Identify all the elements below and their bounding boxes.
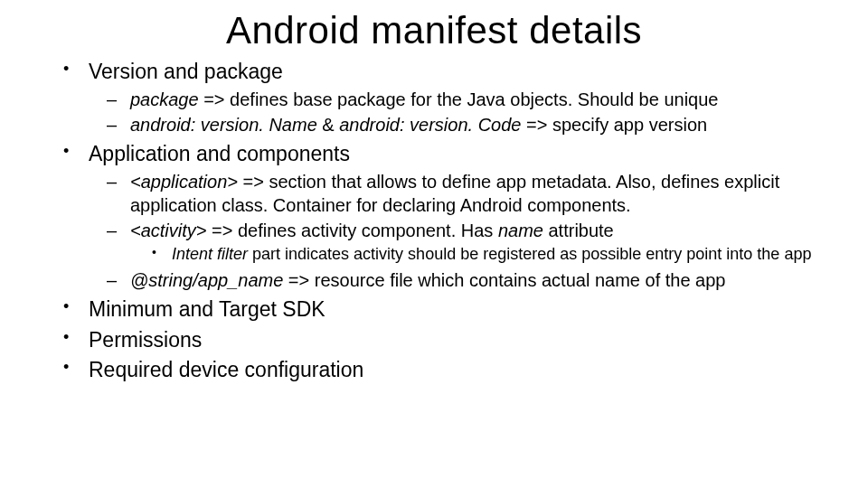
slide: Android manifest details Version and pac… [0,0,868,404]
text: attribute [543,221,614,240]
bullet-version-package: Version and package package => defines b… [63,58,832,136]
keyword: name [498,221,543,240]
text: => defines activity component. Has [206,221,497,240]
bullet-min-target-sdk: Minimum and Target SDK [63,296,832,324]
bullet-permissions: Permissions [63,326,832,354]
keyword: <application> [130,172,238,192]
text: => specify app version [521,115,707,135]
bullet-required-device-config: Required device configuration [63,356,832,384]
keyword: Intent filter [172,245,248,263]
bullet-list: Version and package package => defines b… [36,58,832,384]
text: => resource file which contains actual n… [283,270,725,290]
keyword: android: version. Code [339,115,521,135]
text: => defines base package for the Java obj… [199,89,719,109]
sub-item: package => defines base package for the … [107,88,832,111]
keyword: package [130,89,199,109]
slide-title: Android manifest details [36,9,832,52]
bullet-label: Required device configuration [89,358,363,381]
keyword: @string/app_name [130,270,283,290]
sub-list: <application> => section that allows to … [89,170,832,292]
bullet-label: Application and components [89,142,350,165]
text: & [317,115,339,135]
bullet-label: Minimum and Target SDK [89,297,326,321]
keyword: android: version. Name [130,115,317,135]
keyword: <activity> [130,221,206,240]
bullet-label: Permissions [89,328,202,352]
bullet-label: Version and package [89,60,283,83]
sub-sub-list: Intent filter part indicates activity sh… [130,244,832,265]
sub-item: <application> => section that allows to … [107,170,832,217]
sub-sub-item: Intent filter part indicates activity sh… [152,244,832,265]
bullet-application-components: Application and components <application>… [63,140,832,292]
text: part indicates activity should be regist… [248,245,811,263]
sub-item: @string/app_name => resource file which … [107,268,832,292]
sub-item: android: version. Name & android: versio… [107,113,832,136]
sub-list: package => defines base package for the … [89,88,832,136]
sub-item: <activity> => defines activity component… [107,219,832,265]
